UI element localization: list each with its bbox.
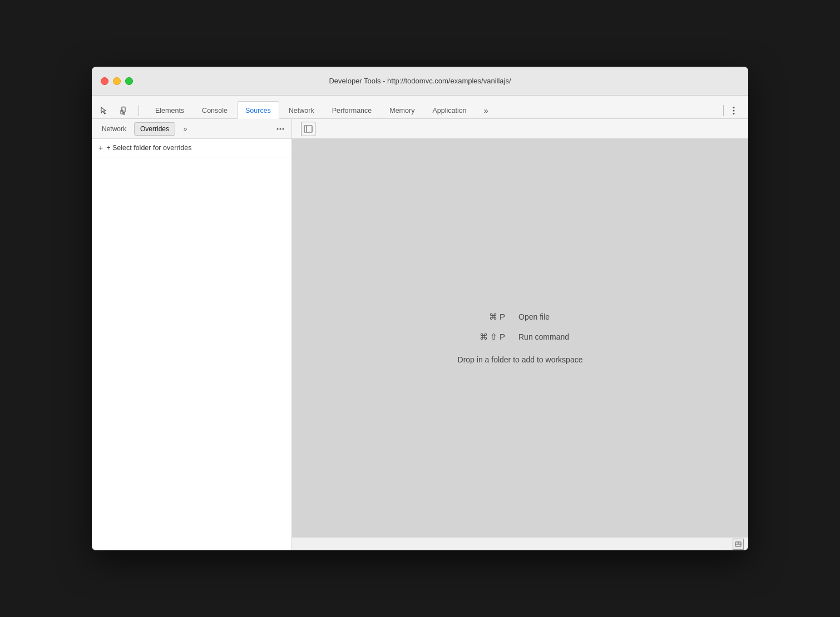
drop-text: Drop in a folder to add to workspace xyxy=(458,355,583,364)
right-panel-toolbar xyxy=(292,119,748,139)
devtools-window: Developer Tools - http://todomvc.com/exa… xyxy=(92,67,748,550)
tab-elements[interactable]: Elements xyxy=(147,101,192,119)
toggle-sidebar-icon[interactable] xyxy=(301,122,315,136)
svg-point-4 xyxy=(733,110,735,112)
select-folder-row[interactable]: + + Select folder for overrides xyxy=(92,139,291,157)
select-folder-label: + Select folder for overrides xyxy=(106,144,191,152)
shortcut-2-keys: ⌘ ⇧ P xyxy=(455,332,505,342)
svg-point-8 xyxy=(283,128,284,130)
tab-bar: Elements Console Sources Network Perform… xyxy=(92,96,748,119)
tab-memory[interactable]: Memory xyxy=(381,101,423,119)
tab-application[interactable]: Application xyxy=(424,101,475,119)
window-title: Developer Tools - http://todomvc.com/exa… xyxy=(329,77,511,85)
svg-point-7 xyxy=(280,128,281,130)
left-panel-empty xyxy=(92,157,291,550)
right-panel: ⌘ P Open file ⌘ ⇧ P Run command Drop in … xyxy=(292,119,748,550)
inspect-icon[interactable] xyxy=(96,103,112,118)
svg-rect-9 xyxy=(304,126,312,132)
toolbar-divider xyxy=(139,105,139,116)
subtab-network[interactable]: Network xyxy=(96,123,132,135)
settings-menu-icon[interactable] xyxy=(726,103,742,118)
maximize-button[interactable] xyxy=(125,77,133,85)
toolbar-left xyxy=(96,103,141,118)
more-tabs-button[interactable]: » xyxy=(478,103,494,118)
toolbar-divider-right xyxy=(723,105,724,116)
tab-sources[interactable]: Sources xyxy=(237,101,279,119)
more-subtabs-button[interactable]: » xyxy=(179,122,192,136)
subtab-overrides[interactable]: Overrides xyxy=(134,122,175,136)
svg-point-5 xyxy=(733,113,735,115)
close-button[interactable] xyxy=(101,77,108,85)
sub-tab-bar: Network Overrides » xyxy=(92,119,291,139)
plus-icon: + xyxy=(98,143,103,152)
tab-network[interactable]: Network xyxy=(280,101,323,119)
shortcut-row-1: ⌘ P Open file xyxy=(455,312,585,322)
shortcut-1-label: Open file xyxy=(518,312,585,321)
shortcut-2-label: Run command xyxy=(518,332,585,341)
shortcut-1-keys: ⌘ P xyxy=(455,312,505,322)
tab-console[interactable]: Console xyxy=(194,101,236,119)
bottom-icon[interactable] xyxy=(733,539,744,550)
svg-point-3 xyxy=(733,107,735,108)
svg-point-6 xyxy=(277,128,279,130)
traffic-lights xyxy=(101,77,133,85)
minimize-button[interactable] xyxy=(113,77,121,85)
title-bar: Developer Tools - http://todomvc.com/exa… xyxy=(92,67,748,96)
right-panel-content: ⌘ P Open file ⌘ ⇧ P Run command Drop in … xyxy=(292,139,748,537)
svg-rect-1 xyxy=(123,112,125,115)
svg-rect-0 xyxy=(122,107,125,112)
subtab-menu-icon[interactable] xyxy=(274,122,287,136)
tab-performance[interactable]: Performance xyxy=(324,101,381,119)
left-panel: Network Overrides » + + Select folder xyxy=(92,119,292,550)
main-content: Network Overrides » + + Select folder xyxy=(92,119,748,550)
device-toggle-icon[interactable] xyxy=(116,103,132,118)
toolbar-right xyxy=(721,103,744,118)
bottom-bar xyxy=(292,537,748,550)
shortcut-row-2: ⌘ ⇧ P Run command xyxy=(455,332,585,342)
